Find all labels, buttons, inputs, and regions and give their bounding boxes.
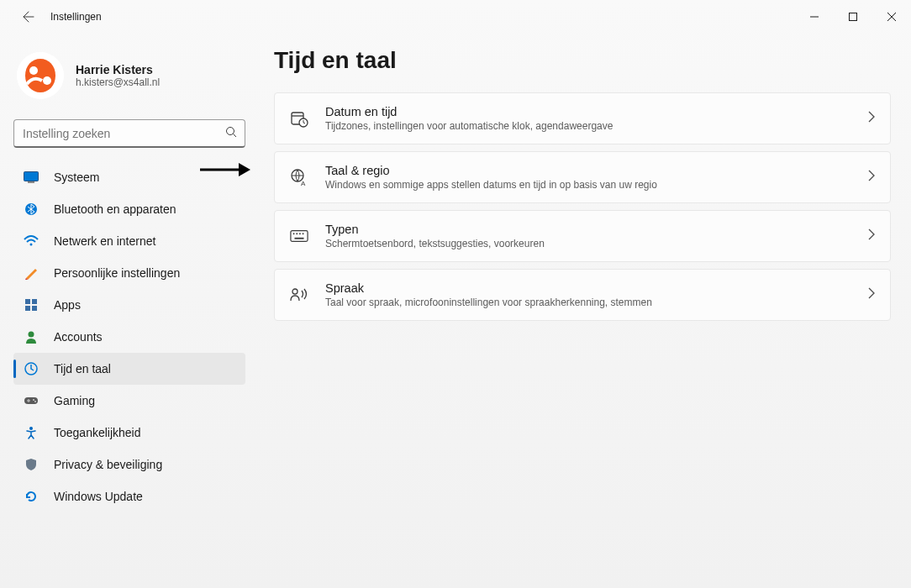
svg-rect-13 <box>25 306 30 311</box>
sidebar-item-apps[interactable]: Apps <box>13 289 245 321</box>
svg-rect-11 <box>25 299 30 304</box>
avatar-icon <box>17 52 64 99</box>
update-icon <box>24 489 39 504</box>
window-controls <box>795 3 911 30</box>
system-icon <box>24 170 39 185</box>
privacy-icon <box>24 457 39 472</box>
sidebar-item-label: Tijd en taal <box>54 362 111 375</box>
svg-rect-1 <box>850 13 857 21</box>
app-title: Instellingen <box>50 11 102 23</box>
search-input[interactable] <box>13 119 245 148</box>
profile-email: h.kisters@xs4all.nl <box>76 76 160 88</box>
titlebar: Instellingen <box>0 0 911 34</box>
card-datum-en-tijd[interactable]: Datum en tijd Tijdzones, instellingen vo… <box>274 92 891 144</box>
time-language-icon <box>24 361 39 376</box>
svg-point-28 <box>293 233 295 234</box>
arrow-left-icon <box>22 10 35 24</box>
sidebar-item-label: Windows Update <box>54 490 143 503</box>
svg-point-19 <box>34 401 36 402</box>
bluetooth-icon <box>24 202 39 217</box>
card-subtitle: Windows en sommige apps stellen datums e… <box>325 179 868 191</box>
sidebar-item-label: Gaming <box>54 394 95 407</box>
avatar <box>17 52 64 99</box>
close-icon <box>887 13 896 21</box>
svg-point-33 <box>292 289 298 294</box>
card-title: Typen <box>325 223 868 236</box>
maximize-button[interactable] <box>834 3 872 30</box>
close-button[interactable] <box>872 3 911 30</box>
personalization-icon <box>24 265 39 281</box>
card-taal-en-regio[interactable]: A Taal & regio Windows en sommige apps s… <box>274 151 891 203</box>
sidebar-item-label: Accounts <box>54 330 103 344</box>
chevron-right-icon <box>868 170 875 185</box>
svg-rect-8 <box>28 181 34 183</box>
chevron-right-icon <box>868 228 875 244</box>
sidebar-item-persoonlijk[interactable]: Persoonlijke instellingen <box>13 257 245 289</box>
svg-rect-7 <box>24 172 39 181</box>
minimize-button[interactable] <box>795 3 834 30</box>
svg-point-15 <box>29 332 34 338</box>
svg-point-10 <box>30 244 33 246</box>
sidebar-item-accounts[interactable]: Accounts <box>13 321 245 353</box>
sidebar-item-toegankelijkheid[interactable]: Toegankelijkheid <box>13 417 245 449</box>
main-content: Tijd en taal Datum en tijd Tijdzones, in… <box>252 34 911 588</box>
card-title: Datum en tijd <box>325 105 868 118</box>
sidebar-item-label: Apps <box>54 298 81 312</box>
back-button[interactable] <box>18 7 39 27</box>
sidebar-item-label: Systeem <box>54 171 99 184</box>
sidebar-item-privacy[interactable]: Privacy & beveiliging <box>13 449 245 480</box>
svg-line-6 <box>234 134 237 138</box>
keyboard-icon <box>290 227 308 245</box>
nav-list: Systeem Bluetooth en apparaten Netwerk e… <box>13 161 245 512</box>
sidebar-item-netwerk[interactable]: Netwerk en internet <box>13 225 245 257</box>
svg-rect-14 <box>32 306 37 311</box>
svg-point-31 <box>303 233 304 234</box>
card-subtitle: Taal voor spraak, microfooninstellingen … <box>325 297 868 308</box>
sidebar-item-gaming[interactable]: Gaming <box>13 385 245 417</box>
svg-point-20 <box>29 427 33 430</box>
card-title: Taal & regio <box>325 164 868 177</box>
card-subtitle: Schermtoetsenbord, tekstsuggesties, voor… <box>325 238 868 249</box>
search-wrap <box>13 119 245 148</box>
sidebar: Harrie Kisters h.kisters@xs4all.nl Syste… <box>0 34 252 588</box>
svg-point-3 <box>29 66 38 75</box>
card-title: Spraak <box>325 281 868 295</box>
svg-point-5 <box>227 128 234 135</box>
svg-rect-27 <box>291 231 308 242</box>
search-icon <box>225 126 237 141</box>
minimize-icon <box>810 13 819 21</box>
svg-point-18 <box>33 399 34 401</box>
accessibility-icon <box>24 425 39 440</box>
profile-block[interactable]: Harrie Kisters h.kisters@xs4all.nl <box>13 47 245 114</box>
card-spraak[interactable]: Spraak Taal voor spraak, microfooninstel… <box>274 269 891 321</box>
gaming-icon <box>24 393 39 408</box>
sidebar-item-tijd-en-taal[interactable]: Tijd en taal <box>13 353 245 385</box>
card-subtitle: Tijdzones, instellingen voor automatisch… <box>325 120 868 132</box>
svg-rect-32 <box>295 238 304 239</box>
svg-text:A: A <box>301 180 306 186</box>
wifi-icon <box>24 234 39 249</box>
page-title: Tijd en taal <box>274 47 891 74</box>
chevron-right-icon <box>868 287 875 302</box>
apps-icon <box>24 297 39 312</box>
callout-arrow-icon <box>198 161 254 181</box>
svg-point-4 <box>43 76 51 85</box>
sidebar-item-label: Toegankelijkheid <box>54 426 141 439</box>
maximize-icon <box>849 13 857 21</box>
sidebar-item-windows-update[interactable]: Windows Update <box>13 480 245 512</box>
sidebar-item-label: Bluetooth en apparaten <box>54 202 176 216</box>
sidebar-item-label: Privacy & beveiliging <box>54 458 162 471</box>
date-time-icon <box>290 109 308 128</box>
svg-point-29 <box>296 233 298 234</box>
language-region-icon: A <box>290 168 308 186</box>
svg-point-30 <box>299 233 301 234</box>
sidebar-item-bluetooth[interactable]: Bluetooth en apparaten <box>13 193 245 225</box>
svg-rect-12 <box>32 299 37 304</box>
svg-rect-17 <box>24 397 38 404</box>
profile-name: Harrie Kisters <box>76 63 160 76</box>
card-typen[interactable]: Typen Schermtoetsenbord, tekstsuggesties… <box>274 210 891 262</box>
sidebar-item-label: Netwerk en internet <box>54 234 155 248</box>
accounts-icon <box>24 329 39 344</box>
chevron-right-icon <box>868 111 875 126</box>
speech-icon <box>290 286 308 304</box>
